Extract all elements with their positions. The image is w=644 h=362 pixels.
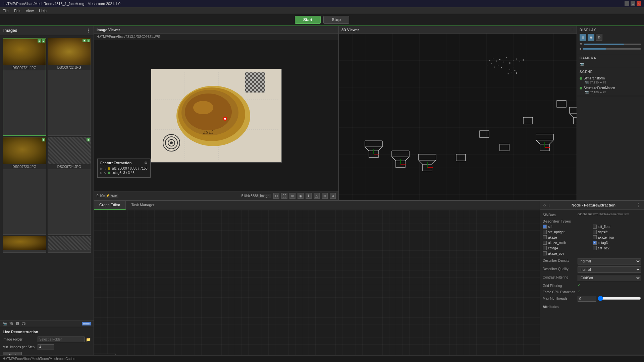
image-thumb-4: ■ [48,137,91,164]
cameras-count: 75 [9,322,13,325]
image-folder-input[interactable] [38,337,85,342]
stop-button[interactable]: Stop [323,16,349,24]
image-item-5[interactable] [3,236,46,253]
3d-viewer-content[interactable] [339,34,577,200]
image-thumb-5 [3,236,46,250]
cctag4-label: cctag4 [548,246,558,250]
sift-checkbox[interactable]: ✓ [543,225,547,229]
akaze-mldb-checkbox[interactable] [543,241,547,245]
img-view-icon: ● [42,39,45,43]
sift-label: sift [548,225,552,229]
describer-density-row: Describer Density normal [543,258,641,264]
cctag3-checkbox[interactable]: ✓ [593,241,597,245]
3d-viewer-menu-icon[interactable]: ⋮ [570,27,574,32]
image-viewer: Image Viewer ⋮ H:/TMP/PourAlban/4313,1/D… [94,26,339,200]
max-threads-slider[interactable] [598,296,641,301]
feat-row-1: ▷ ∿ sift: 20000 / 8838 / 7158 [100,167,148,170]
sift-dot [108,167,110,170]
resize-icon[interactable]: ⊡ [273,193,279,199]
image-thumb-3: ■ [3,137,46,164]
desc-cctag3: ✓ cctag3 [593,241,641,245]
scene-title: SCENE [580,70,641,74]
settings-icon[interactable]: ⚙ [330,193,336,199]
window-controls: ─ □ ✕ [625,1,641,6]
image-path: H:/TMP/PourAlban/4313,1/DSC09721.JPG [94,34,338,40]
image-item-2[interactable]: ■ ● DSC09722.JPG [48,38,91,136]
akaze-mldb-label: akaze_mldb [548,241,566,245]
tab-graph-editor[interactable]: Graph Editor [94,201,126,210]
grid-view-icon[interactable]: ⊞ [580,34,586,41]
slider-2[interactable] [583,48,641,50]
maximize-button[interactable]: □ [631,1,635,6]
start-button[interactable]: Start [295,16,321,24]
desc-sift: ✓ sift [543,225,591,229]
svg-point-39 [494,67,495,68]
center-panel: Image Viewer ⋮ H:/TMP/PourAlban/4313,1/D… [94,26,644,362]
viewer-menu-icon[interactable]: ⋮ [332,27,336,32]
cctag4-checkbox[interactable] [543,246,547,250]
sift-upright-checkbox[interactable] [543,230,547,234]
3d-scene-svg [339,34,577,200]
info-icon[interactable]: ℹ [306,193,312,199]
akaze-ocv-checkbox[interactable] [543,251,547,255]
force-cpu-value: ✓ [578,290,641,293]
feat-settings-icon[interactable]: ⚙ [144,161,148,165]
tab-task-manager[interactable]: Task Manager [126,201,160,210]
tools-icon[interactable]: △ [314,193,320,199]
akaze-liop-checkbox[interactable] [593,235,597,239]
grid-icon[interactable]: ⊞ [289,193,296,199]
describer-density-select[interactable]: normal [578,258,641,264]
dspsift-checkbox[interactable] [593,230,597,234]
image-item-3[interactable]: ■ DSC09723.JPG [3,137,46,234]
display-panel: DISPLAY ⊞ ◉ ⚙ ⚙ ■ [577,26,644,200]
minimize-button[interactable]: ─ [625,1,629,6]
svg-point-45 [516,72,517,74]
sfm-transform-label: SfmTransform [584,76,605,80]
force-cpu-label: Force CPU Extraction [543,290,576,294]
sift-ocv-checkbox[interactable] [593,246,597,250]
display-title: DISPLAY [580,28,641,32]
describer-quality-row: Describer Quality normal [543,266,641,273]
images-count: 75 [22,322,25,325]
image-item-1[interactable]: ■ ● DSC09721.JPG [3,38,46,136]
svg-point-42 [513,67,514,67]
fullscreen-icon[interactable]: ⛶ [281,193,287,199]
contrast-filtering-select[interactable]: GridSort [578,275,641,281]
structure-from-motion-item[interactable]: StructureFromMotion [580,85,641,90]
image-thumb-2: ■ ● [48,38,91,65]
svg-point-20 [224,118,226,120]
max-threads-input[interactable] [578,296,596,302]
layers-icon[interactable]: ⊠ [322,193,328,199]
akaze-checkbox[interactable] [543,235,547,239]
menu-edit[interactable]: Edit [14,9,20,13]
props-close-icon[interactable]: ⋮ [636,203,640,207]
slider-1[interactable] [584,44,641,45]
sfmdata-prop-row: SfMData cd56b996afb731629e7/cameraInit.s… [543,213,641,217]
sfm-dot [580,87,582,89]
min-images-input[interactable] [38,344,54,350]
image-label-4: DSC09724.JPG [48,164,91,169]
menu-view[interactable]: View [26,9,34,13]
sift-float-checkbox[interactable] [593,225,597,229]
feat-row-2: ▷ ∿ cctag3: 3 / 3 / 3 [100,171,148,175]
image-item-6[interactable] [48,236,91,253]
extra-view-icon[interactable]: ⚙ [596,34,602,41]
grid-filtering-value: ✓ [578,283,641,287]
stone-photo: 4313 [151,69,282,163]
image-item-4[interactable]: ■ DSC09724.JPG [48,137,91,234]
menu-help[interactable]: Help [39,9,47,13]
desc-sift-ocv: sift_ocv [593,246,641,250]
menu-file[interactable]: File [3,9,9,13]
sphere-icon[interactable]: ◉ [298,193,304,199]
close-button[interactable]: ✕ [637,1,641,6]
props-icon2[interactable]: ⋮ [547,203,551,207]
camera-view-icon[interactable]: ◉ [588,34,594,41]
toolbar: Start Stop [0,14,644,26]
folder-browse-icon[interactable]: 📁 [86,337,91,342]
images-menu-icon[interactable]: ⋮ [86,28,90,33]
sift-float-label: sift_float [598,225,610,229]
dspsift-label: dspsift [598,230,608,234]
sfm-transform-item[interactable]: SfmTransform [580,76,641,81]
graph-bg-grid [94,210,540,362]
describer-quality-select[interactable]: normal [578,266,641,273]
